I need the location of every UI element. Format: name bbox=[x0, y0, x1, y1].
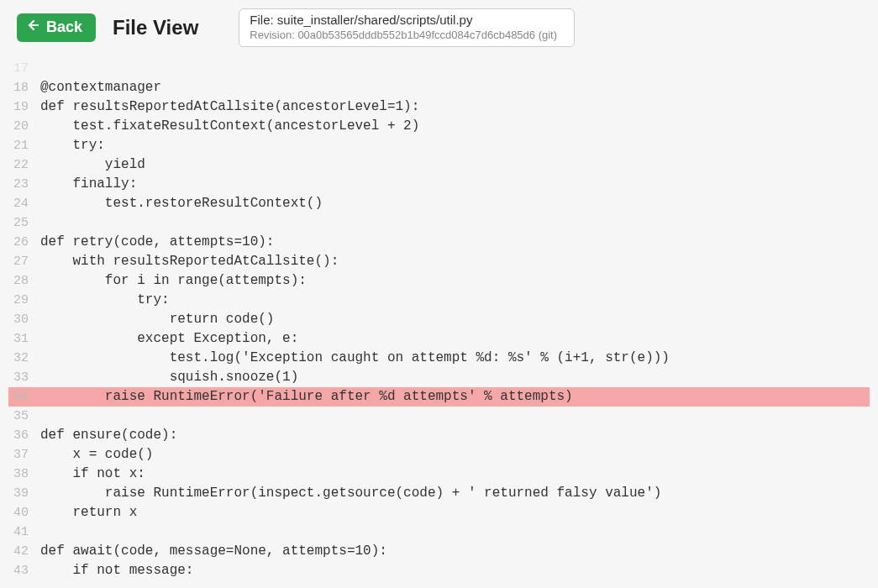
back-button-label: Back bbox=[46, 18, 82, 36]
code-line: 37 x = code() bbox=[8, 445, 870, 465]
back-button[interactable]: Back bbox=[17, 13, 96, 42]
line-content bbox=[40, 522, 870, 542]
code-line: 29 try: bbox=[8, 291, 870, 310]
file-path: suite_installer/shared/scripts/util.py bbox=[277, 13, 473, 27]
page-title: File View bbox=[113, 16, 198, 39]
code-line: 22 yield bbox=[8, 155, 870, 175]
line-content: def await(code, message=None, attempts=1… bbox=[40, 542, 870, 561]
code-line: 35 bbox=[8, 407, 870, 426]
line-content: finally: bbox=[40, 175, 870, 194]
line-content: with resultsReportedAtCallsite(): bbox=[40, 252, 870, 271]
code-line: 27 with resultsReportedAtCallsite(): bbox=[8, 252, 870, 271]
line-content: raise RuntimeError('Failure after %d att… bbox=[40, 387, 870, 407]
line-number[interactable]: 29 bbox=[8, 291, 40, 310]
line-content: yield bbox=[40, 155, 870, 175]
code-line: 19def resultsReportedAtCallsite(ancestor… bbox=[8, 97, 870, 117]
line-content: if not message: bbox=[40, 561, 870, 580]
line-content: test.log('Exception caught on attempt %d… bbox=[40, 349, 870, 368]
line-content: test.fixateResultContext(ancestorLevel +… bbox=[40, 117, 870, 136]
line-content: try: bbox=[40, 291, 870, 310]
line-number[interactable]: 23 bbox=[8, 175, 40, 194]
line-number[interactable]: 33 bbox=[8, 368, 40, 387]
line-number[interactable]: 26 bbox=[8, 233, 40, 252]
line-content: for i in range(attempts): bbox=[40, 271, 870, 291]
code-line: 36def ensure(code): bbox=[8, 426, 870, 445]
line-number[interactable]: 41 bbox=[8, 522, 40, 542]
code-line: 30 return code() bbox=[8, 310, 870, 329]
line-content bbox=[40, 407, 870, 426]
line-number[interactable]: 24 bbox=[8, 194, 40, 213]
line-number[interactable]: 43 bbox=[8, 561, 40, 580]
file-path-line: File: suite_installer/shared/scripts/uti… bbox=[250, 13, 564, 29]
revision-label: Revision: bbox=[250, 29, 297, 41]
line-number[interactable]: 34 bbox=[8, 387, 40, 407]
code-line: 28 for i in range(attempts): bbox=[8, 271, 870, 291]
line-number[interactable]: 36 bbox=[8, 426, 40, 445]
code-line: 42def await(code, message=None, attempts… bbox=[8, 542, 870, 561]
line-content: def retry(code, attempts=10): bbox=[40, 233, 870, 252]
line-content bbox=[40, 213, 870, 233]
code-line: 21 try: bbox=[8, 136, 870, 155]
revision-value: 00a0b53565dddb552b1b49fccd084c7d6cb485d6… bbox=[297, 29, 557, 41]
line-number[interactable]: 21 bbox=[8, 136, 40, 155]
code-line: 43 if not message: bbox=[8, 561, 870, 580]
line-content: except Exception, e: bbox=[40, 329, 870, 349]
revision-line: Revision: 00a0b53565dddb552b1b49fccd084c… bbox=[250, 29, 564, 42]
header: Back File View File: suite_installer/sha… bbox=[0, 0, 878, 59]
code-line: 40 return x bbox=[8, 503, 870, 522]
line-content: if not x: bbox=[40, 465, 870, 484]
line-number[interactable]: 25 bbox=[8, 213, 40, 233]
line-number[interactable]: 40 bbox=[8, 503, 40, 522]
line-content: def ensure(code): bbox=[40, 426, 870, 445]
code-line: 23 finally: bbox=[8, 175, 870, 194]
line-number[interactable]: 27 bbox=[8, 252, 40, 271]
line-content: def resultsReportedAtCallsite(ancestorLe… bbox=[40, 97, 870, 117]
line-content: x = code() bbox=[40, 445, 870, 465]
line-number[interactable]: 28 bbox=[8, 271, 40, 291]
code-line: 20 test.fixateResultContext(ancestorLeve… bbox=[8, 117, 870, 136]
line-content: try: bbox=[40, 136, 870, 155]
code-line: 38 if not x: bbox=[8, 465, 870, 484]
line-content: return code() bbox=[40, 310, 870, 329]
code-line: 24 test.restoreResultContext() bbox=[8, 194, 870, 213]
line-content: test.restoreResultContext() bbox=[40, 194, 870, 213]
file-label: File: bbox=[250, 13, 277, 27]
code-line: 41 bbox=[8, 522, 870, 542]
line-number[interactable]: 22 bbox=[8, 155, 40, 175]
line-number[interactable]: 39 bbox=[8, 484, 40, 503]
arrow-left-icon bbox=[27, 18, 40, 36]
line-number[interactable]: 32 bbox=[8, 349, 40, 368]
line-number[interactable]: 31 bbox=[8, 329, 40, 349]
code-line: 34 raise RuntimeError('Failure after %d … bbox=[8, 387, 870, 407]
code-table: 1718@contextmanager19def resultsReported… bbox=[8, 59, 870, 580]
code-line: 18@contextmanager bbox=[8, 78, 870, 97]
line-number[interactable]: 18 bbox=[8, 78, 40, 97]
line-content: return x bbox=[40, 503, 870, 522]
line-number[interactable]: 42 bbox=[8, 542, 40, 561]
line-number[interactable]: 37 bbox=[8, 445, 40, 465]
code-line: 17 bbox=[8, 59, 870, 78]
line-number[interactable]: 19 bbox=[8, 97, 40, 117]
code-line: 31 except Exception, e: bbox=[8, 329, 870, 349]
line-number[interactable]: 35 bbox=[8, 407, 40, 426]
line-number[interactable]: 17 bbox=[8, 59, 40, 78]
code-line: 26def retry(code, attempts=10): bbox=[8, 233, 870, 252]
code-line: 33 squish.snooze(1) bbox=[8, 368, 870, 387]
line-content: raise RuntimeError(inspect.getsource(cod… bbox=[40, 484, 870, 503]
code-viewer[interactable]: 1718@contextmanager19def resultsReported… bbox=[0, 59, 878, 588]
line-number[interactable]: 30 bbox=[8, 310, 40, 329]
line-number[interactable]: 38 bbox=[8, 465, 40, 484]
line-content bbox=[40, 59, 870, 78]
line-content: @contextmanager bbox=[40, 78, 870, 97]
line-number[interactable]: 20 bbox=[8, 117, 40, 136]
code-line: 25 bbox=[8, 213, 870, 233]
code-line: 32 test.log('Exception caught on attempt… bbox=[8, 349, 870, 368]
code-line: 39 raise RuntimeError(inspect.getsource(… bbox=[8, 484, 870, 503]
file-info-box: File: suite_installer/shared/scripts/uti… bbox=[239, 8, 575, 47]
line-content: squish.snooze(1) bbox=[40, 368, 870, 387]
